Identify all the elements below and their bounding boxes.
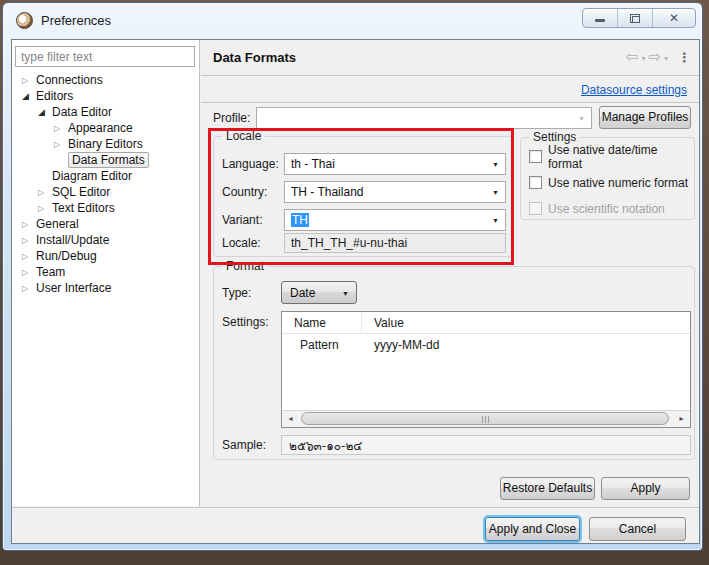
settings-group: Settings Use native date/time format Use… bbox=[520, 137, 695, 220]
tree-item-general[interactable]: ▷General bbox=[12, 216, 198, 232]
maximize-button[interactable] bbox=[618, 9, 653, 27]
app-icon bbox=[16, 12, 33, 29]
sample-label: Sample: bbox=[222, 438, 266, 452]
country-combo[interactable]: TH - Thailand ▼ bbox=[284, 181, 506, 203]
chevron-expanded-icon[interactable]: ◢ bbox=[38, 107, 52, 117]
locale-label: Locale: bbox=[222, 236, 261, 250]
chevron-collapsed-icon[interactable]: ▷ bbox=[38, 188, 52, 197]
forward-history-dropdown-icon[interactable]: ▾ bbox=[664, 51, 668, 63]
profile-label: Profile: bbox=[213, 111, 250, 125]
title-bar[interactable]: Preferences ✕ bbox=[3, 3, 702, 37]
table-row[interactable]: Pattern yyyy-MM-dd bbox=[282, 334, 690, 356]
tree-item-sql-editor[interactable]: ▷SQL Editor bbox=[12, 184, 198, 200]
datasource-settings-link[interactable]: Datasource settings bbox=[581, 83, 687, 97]
page-title: Data Formats bbox=[213, 50, 296, 65]
preferences-tree: ▷Connections ◢Editors ◢Data Editor ▷Appe… bbox=[12, 72, 198, 296]
table-header: Name Value bbox=[282, 312, 690, 334]
chevron-collapsed-icon[interactable]: ▷ bbox=[22, 268, 36, 277]
chevron-collapsed-icon[interactable]: ▷ bbox=[22, 252, 36, 261]
tree-item-binary-editors[interactable]: ▷Binary Editors bbox=[12, 136, 198, 152]
tree-item-appearance[interactable]: ▷Appearance bbox=[12, 120, 198, 136]
apply-and-close-button[interactable]: Apply and Close bbox=[485, 517, 580, 541]
chevron-down-icon: ▼ bbox=[492, 217, 499, 224]
variant-label: Variant: bbox=[222, 213, 262, 227]
chevron-collapsed-icon[interactable]: ▷ bbox=[22, 284, 36, 293]
chevron-down-icon: ▼ bbox=[342, 290, 349, 297]
page-navigation: ⇦ ▾ ⇨ ▾ ⋮ bbox=[626, 48, 691, 66]
screenshot-root: { "window": { "title": "Preferences", "i… bbox=[0, 0, 709, 565]
back-history-dropdown-icon[interactable]: ▾ bbox=[641, 51, 645, 63]
tree-item-user-interface[interactable]: ▷User Interface bbox=[12, 280, 198, 296]
header-divider bbox=[201, 75, 699, 76]
tree-item-connections[interactable]: ▷Connections bbox=[12, 72, 198, 88]
locale-group-title: Locale bbox=[222, 129, 265, 143]
profile-combo[interactable]: ▼ bbox=[256, 107, 592, 129]
format-group-title: Format bbox=[222, 259, 268, 273]
column-header-name[interactable]: Name bbox=[282, 312, 362, 333]
minimize-icon bbox=[595, 19, 605, 22]
horizontal-scrollbar[interactable]: ◂ ▸ bbox=[282, 410, 690, 427]
native-numeric-checkbox[interactable]: Use native numeric format bbox=[529, 175, 688, 190]
chevron-collapsed-icon[interactable]: ▷ bbox=[54, 140, 68, 149]
data-formats-page: Data Formats ⇦ ▾ ⇨ ▾ ⋮ Datasource settin… bbox=[201, 40, 699, 506]
language-label: Language: bbox=[222, 157, 279, 171]
format-type-combo[interactable]: Date ▼ bbox=[281, 281, 357, 304]
filter-input[interactable] bbox=[15, 46, 195, 67]
tree-item-run-debug[interactable]: ▷Run/Debug bbox=[12, 248, 198, 264]
restore-defaults-button[interactable]: Restore Defaults bbox=[500, 477, 595, 500]
scrollbar-thumb[interactable] bbox=[301, 412, 669, 425]
chevron-down-icon: ▼ bbox=[492, 161, 499, 168]
tree-item-diagram-editor[interactable]: Diagram Editor bbox=[12, 168, 198, 184]
sample-value-field: ๒๕๖๓-๑๐-๒๔ bbox=[281, 435, 691, 455]
tree-item-install-update[interactable]: ▷Install/Update bbox=[12, 232, 198, 248]
close-icon: ✕ bbox=[653, 11, 695, 25]
apply-button[interactable]: Apply bbox=[601, 477, 690, 500]
tree-item-data-formats-selected[interactable]: Data Formats bbox=[12, 152, 198, 168]
selected-text: TH bbox=[291, 213, 309, 227]
preferences-tree-panel: ▷Connections ◢Editors ◢Data Editor ▷Appe… bbox=[12, 40, 200, 506]
native-datetime-checkbox[interactable]: Use native date/time format bbox=[529, 149, 694, 164]
tree-item-team[interactable]: ▷Team bbox=[12, 264, 198, 280]
variant-combo[interactable]: TH ▼ bbox=[284, 209, 506, 231]
chevron-down-icon: ▼ bbox=[578, 115, 585, 122]
format-group: Format Type: Date ▼ Settings: Name Value… bbox=[213, 266, 695, 460]
chevron-collapsed-icon[interactable]: ▷ bbox=[54, 124, 68, 133]
manage-profiles-button[interactable]: Manage Profiles bbox=[599, 106, 691, 129]
tree-item-editors[interactable]: ◢Editors bbox=[12, 88, 198, 104]
scroll-right-icon[interactable]: ▸ bbox=[673, 411, 690, 427]
language-combo[interactable]: th - Thai ▼ bbox=[284, 153, 506, 175]
window-title: Preferences bbox=[41, 13, 111, 28]
forward-icon[interactable]: ⇨ bbox=[648, 48, 661, 66]
scientific-notation-checkbox: Use scientific notation bbox=[529, 201, 665, 216]
format-settings-table: Name Value Pattern yyyy-MM-dd ◂ ▸ bbox=[281, 311, 691, 428]
chevron-collapsed-icon[interactable]: ▷ bbox=[38, 204, 52, 213]
dialog-client-area: ▷Connections ◢Editors ◢Data Editor ▷Appe… bbox=[11, 39, 700, 544]
chevron-collapsed-icon[interactable]: ▷ bbox=[22, 76, 36, 85]
format-settings-label: Settings: bbox=[222, 315, 269, 329]
minimize-button[interactable] bbox=[583, 9, 618, 27]
tree-item-data-editor[interactable]: ◢Data Editor bbox=[12, 104, 198, 120]
checkbox-unchecked-icon[interactable] bbox=[529, 150, 542, 163]
scrollbar-grip bbox=[479, 416, 491, 423]
country-label: Country: bbox=[222, 185, 267, 199]
chevron-down-icon: ▼ bbox=[492, 189, 499, 196]
close-button[interactable]: ✕ bbox=[653, 9, 695, 27]
scroll-left-icon[interactable]: ◂ bbox=[282, 411, 299, 427]
chevron-collapsed-icon[interactable]: ▷ bbox=[22, 220, 36, 229]
preferences-window: Preferences ✕ ▷Connections ◢Editors ◢Dat… bbox=[2, 2, 703, 551]
checkbox-disabled-icon bbox=[529, 202, 542, 215]
column-header-value[interactable]: Value bbox=[362, 312, 404, 333]
view-menu-icon[interactable]: ⋮ bbox=[678, 50, 691, 65]
window-controls: ✕ bbox=[582, 8, 696, 28]
restore-icon bbox=[630, 14, 640, 23]
chevron-collapsed-icon[interactable]: ▷ bbox=[22, 236, 36, 245]
checkbox-unchecked-icon[interactable] bbox=[529, 176, 542, 189]
cancel-button[interactable]: Cancel bbox=[589, 517, 686, 541]
button-bar-divider bbox=[12, 507, 699, 508]
tree-item-text-editors[interactable]: ▷Text Editors bbox=[12, 200, 198, 216]
link-divider bbox=[201, 102, 699, 103]
chevron-expanded-icon[interactable]: ◢ bbox=[22, 91, 36, 101]
locale-value-field: th_TH_TH_#u-nu-thai bbox=[284, 233, 506, 253]
back-icon[interactable]: ⇦ bbox=[626, 48, 639, 66]
type-label: Type: bbox=[222, 286, 251, 300]
